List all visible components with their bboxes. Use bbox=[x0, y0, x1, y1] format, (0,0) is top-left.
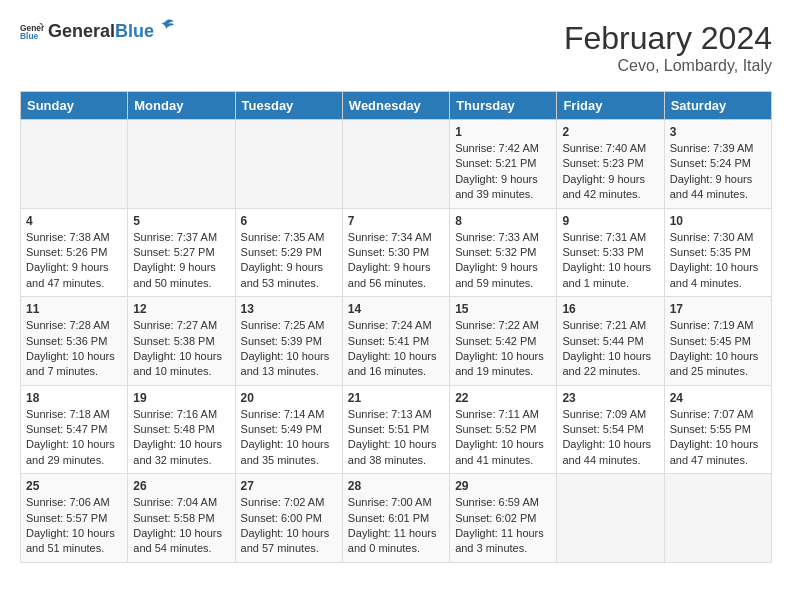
day-number: 27 bbox=[241, 479, 337, 493]
svg-text:Blue: Blue bbox=[20, 31, 39, 41]
day-number: 22 bbox=[455, 391, 551, 405]
calendar-cell: 12Sunrise: 7:27 AMSunset: 5:38 PMDayligh… bbox=[128, 297, 235, 386]
logo-icon: General Blue bbox=[20, 20, 44, 44]
day-info: Sunrise: 7:33 AMSunset: 5:32 PMDaylight:… bbox=[455, 230, 551, 292]
calendar-cell: 22Sunrise: 7:11 AMSunset: 5:52 PMDayligh… bbox=[450, 385, 557, 474]
column-header-sunday: Sunday bbox=[21, 92, 128, 120]
day-number: 19 bbox=[133, 391, 229, 405]
calendar-cell: 11Sunrise: 7:28 AMSunset: 5:36 PMDayligh… bbox=[21, 297, 128, 386]
page-title: February 2024 bbox=[564, 20, 772, 57]
calendar-cell: 20Sunrise: 7:14 AMSunset: 5:49 PMDayligh… bbox=[235, 385, 342, 474]
calendar-cell bbox=[557, 474, 664, 563]
column-header-friday: Friday bbox=[557, 92, 664, 120]
day-number: 1 bbox=[455, 125, 551, 139]
calendar-cell: 2Sunrise: 7:40 AMSunset: 5:23 PMDaylight… bbox=[557, 120, 664, 209]
calendar-cell: 1Sunrise: 7:42 AMSunset: 5:21 PMDaylight… bbox=[450, 120, 557, 209]
day-number: 9 bbox=[562, 214, 658, 228]
calendar-cell: 18Sunrise: 7:18 AMSunset: 5:47 PMDayligh… bbox=[21, 385, 128, 474]
calendar-cell: 19Sunrise: 7:16 AMSunset: 5:48 PMDayligh… bbox=[128, 385, 235, 474]
calendar-week-row: 4Sunrise: 7:38 AMSunset: 5:26 PMDaylight… bbox=[21, 208, 772, 297]
calendar-cell: 15Sunrise: 7:22 AMSunset: 5:42 PMDayligh… bbox=[450, 297, 557, 386]
calendar-cell: 29Sunrise: 6:59 AMSunset: 6:02 PMDayligh… bbox=[450, 474, 557, 563]
day-number: 8 bbox=[455, 214, 551, 228]
day-info: Sunrise: 7:18 AMSunset: 5:47 PMDaylight:… bbox=[26, 407, 122, 469]
day-info: Sunrise: 7:02 AMSunset: 6:00 PMDaylight:… bbox=[241, 495, 337, 557]
day-number: 10 bbox=[670, 214, 766, 228]
logo-bird-icon bbox=[156, 17, 176, 37]
column-header-tuesday: Tuesday bbox=[235, 92, 342, 120]
day-info: Sunrise: 7:14 AMSunset: 5:49 PMDaylight:… bbox=[241, 407, 337, 469]
calendar-cell: 10Sunrise: 7:30 AMSunset: 5:35 PMDayligh… bbox=[664, 208, 771, 297]
calendar-cell: 14Sunrise: 7:24 AMSunset: 5:41 PMDayligh… bbox=[342, 297, 449, 386]
day-number: 18 bbox=[26, 391, 122, 405]
calendar-week-row: 18Sunrise: 7:18 AMSunset: 5:47 PMDayligh… bbox=[21, 385, 772, 474]
day-info: Sunrise: 7:35 AMSunset: 5:29 PMDaylight:… bbox=[241, 230, 337, 292]
day-info: Sunrise: 7:19 AMSunset: 5:45 PMDaylight:… bbox=[670, 318, 766, 380]
calendar-cell bbox=[342, 120, 449, 209]
day-number: 7 bbox=[348, 214, 444, 228]
day-number: 2 bbox=[562, 125, 658, 139]
day-number: 6 bbox=[241, 214, 337, 228]
calendar-cell: 26Sunrise: 7:04 AMSunset: 5:58 PMDayligh… bbox=[128, 474, 235, 563]
logo-general-text: General bbox=[48, 22, 115, 42]
day-info: Sunrise: 6:59 AMSunset: 6:02 PMDaylight:… bbox=[455, 495, 551, 557]
calendar-cell: 6Sunrise: 7:35 AMSunset: 5:29 PMDaylight… bbox=[235, 208, 342, 297]
calendar-week-row: 25Sunrise: 7:06 AMSunset: 5:57 PMDayligh… bbox=[21, 474, 772, 563]
calendar-cell: 21Sunrise: 7:13 AMSunset: 5:51 PMDayligh… bbox=[342, 385, 449, 474]
column-header-thursday: Thursday bbox=[450, 92, 557, 120]
day-info: Sunrise: 7:22 AMSunset: 5:42 PMDaylight:… bbox=[455, 318, 551, 380]
calendar-cell: 27Sunrise: 7:02 AMSunset: 6:00 PMDayligh… bbox=[235, 474, 342, 563]
day-info: Sunrise: 7:04 AMSunset: 5:58 PMDaylight:… bbox=[133, 495, 229, 557]
day-info: Sunrise: 7:42 AMSunset: 5:21 PMDaylight:… bbox=[455, 141, 551, 203]
day-info: Sunrise: 7:31 AMSunset: 5:33 PMDaylight:… bbox=[562, 230, 658, 292]
day-info: Sunrise: 7:00 AMSunset: 6:01 PMDaylight:… bbox=[348, 495, 444, 557]
day-number: 29 bbox=[455, 479, 551, 493]
day-number: 14 bbox=[348, 302, 444, 316]
day-number: 13 bbox=[241, 302, 337, 316]
day-info: Sunrise: 7:30 AMSunset: 5:35 PMDaylight:… bbox=[670, 230, 766, 292]
page-subtitle: Cevo, Lombardy, Italy bbox=[564, 57, 772, 75]
calendar-cell: 9Sunrise: 7:31 AMSunset: 5:33 PMDaylight… bbox=[557, 208, 664, 297]
calendar-cell: 7Sunrise: 7:34 AMSunset: 5:30 PMDaylight… bbox=[342, 208, 449, 297]
day-info: Sunrise: 7:24 AMSunset: 5:41 PMDaylight:… bbox=[348, 318, 444, 380]
day-info: Sunrise: 7:28 AMSunset: 5:36 PMDaylight:… bbox=[26, 318, 122, 380]
day-info: Sunrise: 7:13 AMSunset: 5:51 PMDaylight:… bbox=[348, 407, 444, 469]
day-info: Sunrise: 7:16 AMSunset: 5:48 PMDaylight:… bbox=[133, 407, 229, 469]
calendar-header-row: SundayMondayTuesdayWednesdayThursdayFrid… bbox=[21, 92, 772, 120]
day-info: Sunrise: 7:27 AMSunset: 5:38 PMDaylight:… bbox=[133, 318, 229, 380]
calendar-cell: 16Sunrise: 7:21 AMSunset: 5:44 PMDayligh… bbox=[557, 297, 664, 386]
calendar-cell: 4Sunrise: 7:38 AMSunset: 5:26 PMDaylight… bbox=[21, 208, 128, 297]
title-area: February 2024 Cevo, Lombardy, Italy bbox=[564, 20, 772, 75]
calendar-cell: 8Sunrise: 7:33 AMSunset: 5:32 PMDaylight… bbox=[450, 208, 557, 297]
day-number: 12 bbox=[133, 302, 229, 316]
day-info: Sunrise: 7:40 AMSunset: 5:23 PMDaylight:… bbox=[562, 141, 658, 203]
calendar-cell: 28Sunrise: 7:00 AMSunset: 6:01 PMDayligh… bbox=[342, 474, 449, 563]
logo-blue-text: Blue bbox=[115, 22, 154, 42]
day-number: 16 bbox=[562, 302, 658, 316]
logo: General Blue GeneralBlue bbox=[20, 20, 176, 44]
day-number: 20 bbox=[241, 391, 337, 405]
day-info: Sunrise: 7:21 AMSunset: 5:44 PMDaylight:… bbox=[562, 318, 658, 380]
day-info: Sunrise: 7:09 AMSunset: 5:54 PMDaylight:… bbox=[562, 407, 658, 469]
day-number: 28 bbox=[348, 479, 444, 493]
day-number: 11 bbox=[26, 302, 122, 316]
calendar-cell: 5Sunrise: 7:37 AMSunset: 5:27 PMDaylight… bbox=[128, 208, 235, 297]
calendar-cell: 25Sunrise: 7:06 AMSunset: 5:57 PMDayligh… bbox=[21, 474, 128, 563]
column-header-monday: Monday bbox=[128, 92, 235, 120]
column-header-wednesday: Wednesday bbox=[342, 92, 449, 120]
calendar-cell: 23Sunrise: 7:09 AMSunset: 5:54 PMDayligh… bbox=[557, 385, 664, 474]
calendar-cell: 24Sunrise: 7:07 AMSunset: 5:55 PMDayligh… bbox=[664, 385, 771, 474]
day-number: 25 bbox=[26, 479, 122, 493]
calendar-cell bbox=[21, 120, 128, 209]
day-info: Sunrise: 7:34 AMSunset: 5:30 PMDaylight:… bbox=[348, 230, 444, 292]
calendar-cell bbox=[128, 120, 235, 209]
day-info: Sunrise: 7:38 AMSunset: 5:26 PMDaylight:… bbox=[26, 230, 122, 292]
calendar-cell: 13Sunrise: 7:25 AMSunset: 5:39 PMDayligh… bbox=[235, 297, 342, 386]
calendar-cell: 17Sunrise: 7:19 AMSunset: 5:45 PMDayligh… bbox=[664, 297, 771, 386]
day-info: Sunrise: 7:07 AMSunset: 5:55 PMDaylight:… bbox=[670, 407, 766, 469]
day-number: 24 bbox=[670, 391, 766, 405]
day-number: 4 bbox=[26, 214, 122, 228]
calendar-table: SundayMondayTuesdayWednesdayThursdayFrid… bbox=[20, 91, 772, 563]
day-number: 17 bbox=[670, 302, 766, 316]
calendar-week-row: 1Sunrise: 7:42 AMSunset: 5:21 PMDaylight… bbox=[21, 120, 772, 209]
